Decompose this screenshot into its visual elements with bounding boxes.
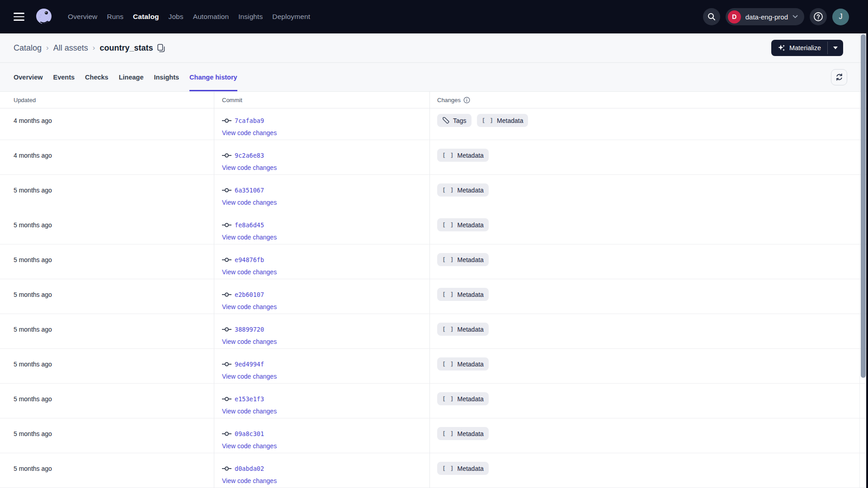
updated-cell: 5 months ago (0, 175, 214, 210)
metadata-badge: [ ] Metadata (437, 183, 489, 197)
view-code-changes-link[interactable]: View code changes (222, 302, 277, 311)
view-code-changes-link[interactable]: View code changes (222, 267, 277, 277)
commit-cell: 38899720 View code changes (214, 314, 430, 348)
commit-cell: e2b60107 View code changes (214, 279, 430, 314)
commit-icon (222, 222, 231, 228)
copy-asset-name-button[interactable] (157, 44, 165, 52)
breadcrumb-link-all-assets[interactable]: All assets (53, 43, 88, 53)
badge-label: Metadata (457, 361, 483, 368)
updated-text: 5 months ago (14, 256, 52, 263)
tab-checks[interactable]: Checks (85, 63, 108, 91)
commit-icon (222, 396, 231, 402)
view-code-changes-link[interactable]: View code changes (222, 407, 277, 416)
badge-label: Metadata (457, 291, 483, 298)
view-code-changes-link[interactable]: View code changes (222, 163, 277, 172)
table-row: 5 months ago d0abda02 View code changes … (0, 453, 868, 488)
commit-hash-link[interactable]: e153e1f3 (235, 394, 264, 404)
updated-text: 5 months ago (14, 361, 52, 368)
refresh-button[interactable] (831, 69, 847, 85)
breadcrumb: Catalog›All assets›country_stats Materia… (0, 33, 868, 63)
updated-text: 5 months ago (14, 465, 52, 472)
commit-hash-link[interactable]: 6a351067 (235, 186, 264, 195)
help-button[interactable] (810, 8, 827, 25)
commit-hash-link[interactable]: 09a8c301 (235, 429, 264, 438)
changes-cell: [ ] Metadata (430, 384, 868, 418)
nav-item-deployment[interactable]: Deployment (272, 13, 310, 21)
tab-overview[interactable]: Overview (14, 63, 43, 91)
updated-cell: 5 months ago (0, 279, 214, 314)
commit-hash-link[interactable]: 7cafaba9 (235, 116, 264, 125)
commit-icon (222, 153, 231, 158)
commit-icon (222, 292, 231, 297)
badge-label: Metadata (457, 465, 483, 472)
primary-nav: OverviewRunsCatalogJobsAutomationInsight… (68, 13, 310, 21)
nav-item-insights[interactable]: Insights (238, 13, 263, 21)
table-row: 5 months ago e94876fb View code changes … (0, 244, 868, 279)
commit-cell: d0abda02 View code changes (214, 453, 430, 488)
commit-hash-link[interactable]: 38899720 (235, 325, 264, 334)
caret-down-icon (833, 47, 838, 49)
commit-hash-link[interactable]: fe8a6d45 (235, 221, 264, 230)
changes-cell: [ ] Metadata (430, 210, 868, 244)
info-icon[interactable] (463, 97, 470, 103)
commit-hash-link[interactable]: d0abda02 (235, 464, 264, 473)
sparkles-icon (778, 44, 786, 52)
commit-icon (222, 466, 231, 471)
table-row: 5 months ago e153e1f3 View code changes … (0, 384, 868, 418)
commit-hash-link[interactable]: e2b60107 (235, 290, 264, 299)
view-code-changes-link[interactable]: View code changes (222, 233, 277, 242)
changes-cell: [ ] Metadata (430, 279, 868, 314)
brackets-icon: [ ] (442, 326, 454, 333)
brackets-icon: [ ] (442, 187, 454, 193)
view-code-changes-link[interactable]: View code changes (222, 198, 277, 207)
menu-icon[interactable] (14, 13, 24, 21)
table-row: 5 months ago 9ed4994f View code changes … (0, 349, 868, 384)
nav-item-runs[interactable]: Runs (107, 13, 123, 21)
commit-cell: fe8a6d45 View code changes (214, 210, 430, 244)
tab-insights[interactable]: Insights (154, 63, 179, 91)
tab-lineage[interactable]: Lineage (119, 63, 144, 91)
nav-item-overview[interactable]: Overview (68, 13, 97, 21)
change-history-table: Updated Commit Changes 4 months ago (0, 92, 868, 488)
metadata-badge: [ ] Metadata (437, 462, 489, 475)
commit-icon (222, 257, 231, 263)
commit-icon (222, 188, 231, 193)
view-code-changes-link[interactable]: View code changes (222, 128, 277, 137)
table-header-row: Updated Commit Changes (0, 92, 868, 108)
breadcrumb-separator: › (93, 43, 95, 52)
metadata-badge: [ ] Metadata (437, 323, 489, 336)
updated-text: 4 months ago (14, 117, 52, 124)
change-history-rows: 4 months ago 7cafaba9 View code changes … (0, 108, 868, 488)
table-row: 5 months ago 09a8c301 View code changes … (0, 418, 868, 453)
changes-cell: [ ] Metadata (430, 453, 868, 488)
scrollbar-thumb[interactable] (861, 34, 866, 378)
deployment-switcher[interactable]: D data-eng-prod (726, 8, 804, 25)
nav-item-jobs[interactable]: Jobs (169, 13, 184, 21)
commit-cell: 09a8c301 View code changes (214, 418, 430, 453)
materialize-button[interactable]: Materialize (771, 40, 827, 56)
nav-item-automation[interactable]: Automation (193, 13, 229, 21)
search-button[interactable] (703, 8, 720, 25)
breadcrumb-link-catalog[interactable]: Catalog (14, 43, 42, 53)
search-icon (708, 13, 716, 21)
commit-cell: 9c2a6e83 View code changes (214, 140, 430, 174)
view-code-changes-link[interactable]: View code changes (222, 372, 277, 381)
updated-cell: 5 months ago (0, 244, 214, 279)
tab-events[interactable]: Events (53, 63, 75, 91)
nav-item-catalog[interactable]: Catalog (133, 13, 159, 21)
dagster-logo[interactable] (34, 7, 53, 26)
commit-hash-link[interactable]: 9ed4994f (235, 360, 264, 369)
materialize-options-button[interactable] (828, 40, 843, 56)
view-code-changes-link[interactable]: View code changes (222, 337, 277, 346)
view-code-changes-link[interactable]: View code changes (222, 476, 277, 485)
commit-hash-link[interactable]: e94876fb (235, 255, 264, 264)
tab-change-history[interactable]: Change history (189, 63, 237, 91)
badge-label: Metadata (457, 256, 483, 263)
view-code-changes-link[interactable]: View code changes (222, 441, 277, 450)
user-avatar[interactable]: J (832, 9, 849, 25)
help-icon (813, 12, 823, 22)
top-nav: OverviewRunsCatalogJobsAutomationInsight… (0, 0, 868, 33)
commit-hash-link[interactable]: 9c2a6e83 (235, 151, 264, 160)
column-header-commit: Commit (214, 92, 430, 108)
updated-cell: 5 months ago (0, 418, 214, 453)
